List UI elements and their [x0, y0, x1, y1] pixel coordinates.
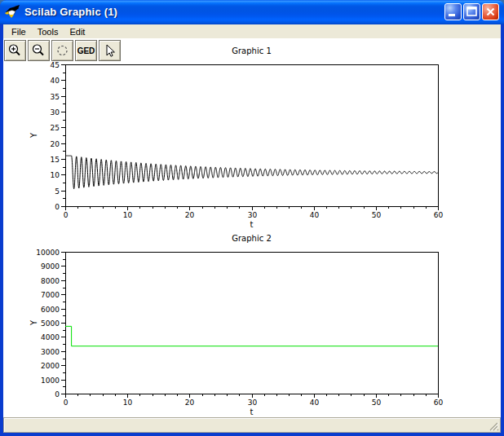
zoom-out-button[interactable] [28, 40, 50, 61]
y-tick-label: 25 [51, 124, 60, 132]
toolbar: GED [4, 40, 122, 61]
y-tick-label: 20 [51, 140, 60, 148]
series-line [65, 156, 438, 189]
close-icon [483, 4, 498, 20]
window-title: Scilab Graphic (1) [24, 6, 117, 18]
chart-graphic-1: 0102030405060051015202530354045Graphic 1… [29, 46, 443, 229]
y-tick-label: 2000 [41, 362, 60, 370]
ged-button[interactable]: GED [75, 40, 97, 61]
x-tick-label: 0 [64, 399, 69, 407]
x-tick-label: 50 [372, 211, 382, 219]
maximize-icon [464, 4, 480, 20]
scilab-bird-icon [5, 4, 21, 19]
y-tick-label: 5 [55, 187, 60, 196]
zoom-out-icon [31, 43, 46, 59]
x-tick-label: 40 [310, 211, 320, 219]
maximize-button[interactable] [463, 3, 480, 20]
x-tick-label: 60 [434, 211, 444, 219]
x-tick-label: 50 [372, 399, 382, 407]
charts-canvas: 0102030405060051015202530354045Graphic 1… [3, 38, 501, 417]
menubar: File Tools Edit [3, 24, 501, 38]
series-line [65, 326, 438, 346]
y-tick-label: 3000 [41, 348, 60, 356]
x-tick-label: 30 [248, 399, 258, 407]
x-tick-label: 0 [64, 211, 69, 219]
plot-frame [66, 65, 439, 207]
graphics-client-area: 0102030405060051015202530354045Graphic 1… [3, 38, 501, 417]
plot-frame [66, 253, 439, 394]
menu-tools[interactable]: Tools [32, 26, 64, 37]
y-tick-label: 4000 [41, 333, 60, 341]
x-tick-label: 40 [310, 399, 320, 407]
y-tick-label: 40 [51, 77, 60, 85]
y-tick-label: 0 [55, 203, 60, 211]
x-tick-label: 20 [185, 211, 195, 219]
ged-button-label: GED [77, 46, 95, 55]
minimize-button[interactable] [444, 3, 462, 20]
x-tick-label: 10 [123, 399, 133, 407]
chart-graphic-2: 0102030405060010002000300040005000600070… [29, 234, 443, 416]
rotate-button[interactable] [51, 40, 73, 61]
scilab-graphic-window: Scilab Graphic (1) File [0, 0, 504, 436]
y-tick-label: 1000 [41, 377, 60, 385]
y-tick-label: 45 [51, 61, 60, 69]
x-tick-label: 10 [123, 211, 133, 219]
y-axis-label: Y [29, 319, 38, 326]
zoom-in-icon [7, 43, 23, 59]
y-tick-label: 30 [51, 108, 60, 117]
menu-file[interactable]: File [6, 26, 32, 37]
y-tick-label: 7000 [41, 291, 60, 299]
x-tick-label: 30 [248, 211, 258, 219]
y-tick-label: 10000 [36, 249, 60, 257]
titlebar[interactable]: Scilab Graphic (1) [0, 0, 504, 24]
x-tick-label: 60 [434, 399, 444, 407]
y-tick-label: 35 [51, 93, 60, 101]
chart-title: Graphic 1 [232, 46, 272, 55]
y-axis-label: Y [29, 132, 38, 139]
pointer-icon [102, 43, 117, 59]
minimize-icon [445, 4, 461, 20]
menu-edit[interactable]: Edit [64, 26, 91, 37]
y-tick-label: 6000 [41, 306, 60, 314]
rotate-icon [55, 43, 70, 59]
x-tick-label: 20 [185, 399, 195, 407]
x-axis-label: t [250, 220, 254, 229]
x-axis-label: t [250, 407, 254, 416]
y-tick-label: 10 [51, 171, 60, 179]
resize-grip-icon[interactable] [489, 421, 499, 431]
statusbar [3, 417, 501, 433]
window-controls [444, 3, 499, 20]
y-tick-label: 0 [55, 390, 60, 399]
y-tick-label: 9000 [41, 262, 60, 271]
y-tick-label: 15 [51, 156, 60, 164]
zoom-in-button[interactable] [4, 40, 26, 61]
chart-title: Graphic 2 [232, 234, 272, 243]
close-button[interactable] [482, 3, 499, 20]
y-tick-label: 8000 [41, 277, 60, 285]
pointer-button[interactable] [99, 40, 121, 61]
y-tick-label: 5000 [41, 319, 60, 328]
